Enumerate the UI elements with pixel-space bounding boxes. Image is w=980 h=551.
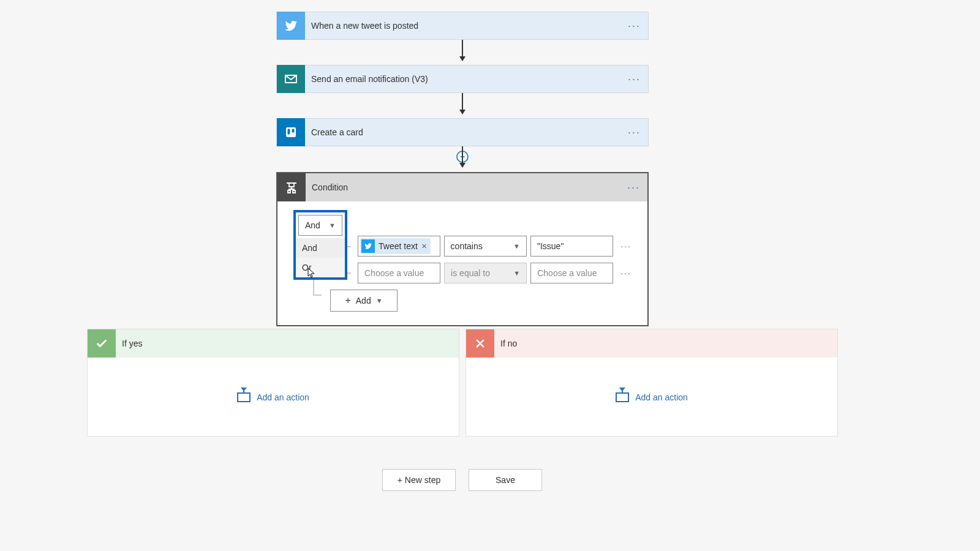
trello-icon — [277, 118, 305, 146]
token-tweet-text: Tweet text ✕ — [360, 238, 431, 254]
new-step-button[interactable]: + New step — [382, 469, 456, 491]
svg-rect-0 — [286, 127, 296, 137]
trigger-title: When a new tweet is posted — [311, 21, 628, 31]
branch-header[interactable]: If no — [466, 329, 837, 358]
branch-title: If yes — [122, 339, 142, 348]
branch-if-no: If no Add an action — [466, 329, 838, 437]
chevron-down-icon: ▼ — [376, 297, 383, 304]
logic-selected-label: And — [305, 220, 320, 230]
condition-card: Condition ··· And ▼ And Or — [276, 172, 649, 326]
placeholder: Choose a value — [364, 268, 424, 278]
chevron-down-icon: ▼ — [513, 269, 520, 277]
branch-header[interactable]: If yes — [88, 329, 459, 358]
svg-rect-1 — [288, 129, 290, 135]
condition-header[interactable]: Condition ··· — [277, 173, 647, 201]
chevron-down-icon: ▼ — [513, 242, 520, 250]
twitter-icon — [277, 12, 305, 40]
row-menu-icon[interactable]: ··· — [620, 241, 631, 251]
condition-row-2: Choose a value is equal to ▼ Choose a va… — [358, 263, 631, 283]
add-condition-row-button[interactable]: + Add ▼ — [330, 290, 398, 312]
card-menu-icon[interactable]: ··· — [627, 181, 640, 194]
card-menu-icon[interactable]: ··· — [628, 20, 641, 32]
value-text: "Issue" — [537, 241, 564, 251]
connector-arrow — [462, 146, 463, 167]
logic-select[interactable]: And ▼ — [298, 215, 342, 236]
logic-option-or[interactable]: Or — [296, 258, 345, 277]
plus-icon: + — [345, 295, 350, 306]
logic-option-and[interactable]: And — [296, 238, 345, 258]
left-operand-field[interactable]: Choose a value — [358, 263, 440, 283]
check-icon — [88, 329, 116, 358]
mouse-cursor — [307, 268, 316, 279]
operator-select-disabled[interactable]: is equal to ▼ — [444, 263, 527, 283]
left-operand-field[interactable]: Tweet text ✕ — [358, 236, 440, 257]
branch-title: If no — [500, 339, 517, 348]
tree-line — [313, 294, 322, 296]
connector-arrow — [462, 93, 463, 114]
svg-rect-2 — [292, 129, 295, 133]
chevron-down-icon: ▼ — [329, 222, 336, 229]
add-action-button[interactable]: Add an action — [466, 358, 837, 437]
add-action-label: Add an action — [635, 392, 688, 402]
branch-if-yes: If yes Add an action — [87, 329, 459, 437]
action-title: Create a card — [311, 127, 628, 137]
add-action-button[interactable]: Add an action — [88, 358, 459, 437]
action-icon — [616, 392, 629, 402]
placeholder: Choose a value — [537, 268, 597, 278]
row-menu-icon[interactable]: ··· — [620, 268, 631, 278]
mail-icon — [277, 65, 305, 93]
value-field[interactable]: "Issue" — [530, 236, 613, 257]
action-icon — [237, 392, 251, 402]
new-step-label: + New step — [398, 475, 440, 485]
save-button[interactable]: Save — [469, 469, 542, 491]
flow-designer-canvas: When a new tweet is posted ··· Send an e… — [0, 0, 980, 551]
action-card-trello[interactable]: Create a card ··· — [276, 118, 649, 146]
condition-title: Condition — [312, 182, 627, 192]
action-card-email[interactable]: Send an email notification (V3) ··· — [276, 65, 649, 93]
trigger-card-twitter[interactable]: When a new tweet is posted ··· — [276, 12, 649, 40]
logic-dropdown-highlight: And ▼ And Or — [293, 210, 347, 280]
operator-label: contains — [451, 241, 483, 251]
save-label: Save — [496, 475, 515, 485]
add-label: Add — [356, 296, 371, 305]
value-field[interactable]: Choose a value — [530, 263, 613, 283]
condition-body: And ▼ And Or Tweet text ✕ — [277, 201, 647, 325]
card-menu-icon[interactable]: ··· — [628, 73, 641, 86]
add-action-label: Add an action — [257, 392, 309, 402]
close-icon — [466, 329, 494, 358]
token-label: Tweet text — [379, 241, 418, 251]
condition-icon — [277, 173, 306, 201]
condition-row-1: Tweet text ✕ contains ▼ "Issue" ··· — [358, 236, 631, 257]
card-menu-icon[interactable]: ··· — [628, 126, 641, 139]
remove-token-icon[interactable]: ✕ — [421, 242, 427, 250]
twitter-icon — [361, 239, 375, 253]
connector-arrow — [462, 40, 463, 61]
operator-select[interactable]: contains ▼ — [444, 236, 527, 257]
operator-label: is equal to — [451, 268, 490, 278]
action-title: Send an email notification (V3) — [311, 74, 628, 84]
